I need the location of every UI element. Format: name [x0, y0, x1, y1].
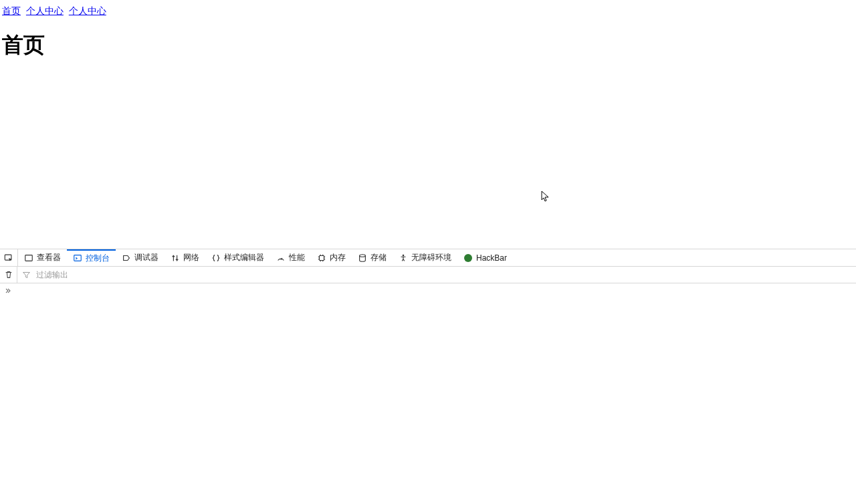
tab-styleeditor[interactable]: 样式编辑器	[205, 249, 270, 266]
tab-label: 内存	[330, 252, 346, 263]
accessibility-icon	[399, 253, 408, 263]
console-icon	[73, 253, 82, 263]
tab-inspector[interactable]: 查看器	[18, 249, 67, 266]
svg-rect-3	[320, 255, 324, 260]
nav-link-profile-1[interactable]: 个人中心	[26, 5, 64, 16]
tab-debugger[interactable]: 调试器	[116, 249, 165, 266]
debugger-icon	[122, 253, 131, 263]
nav-link-profile-2[interactable]: 个人中心	[69, 5, 106, 16]
console-sidebar-toggle[interactable]	[0, 283, 856, 298]
tab-label: 网络	[183, 252, 199, 263]
element-picker-icon	[4, 253, 13, 263]
tab-label: 样式编辑器	[224, 252, 264, 263]
tab-label: 调试器	[134, 252, 158, 263]
console-output	[0, 298, 856, 504]
trash-icon	[4, 270, 13, 279]
tab-label: 控制台	[86, 253, 110, 264]
memory-icon	[317, 253, 326, 263]
funnel-icon	[22, 271, 31, 279]
console-filter-input[interactable]	[33, 267, 856, 283]
tab-network[interactable]: 网络	[165, 249, 205, 266]
styleeditor-icon	[211, 253, 221, 263]
devtools-panel: 查看器 控制台 调试器	[0, 249, 856, 504]
page-title: 首页	[0, 17, 856, 60]
svg-point-4	[360, 254, 366, 257]
tab-accessibility[interactable]: 无障碍环境	[393, 249, 457, 266]
breadcrumb: 首页 个人中心 个人中心	[0, 0, 856, 17]
svg-point-5	[403, 254, 405, 256]
storage-icon	[358, 253, 367, 263]
tab-storage[interactable]: 存储	[352, 249, 393, 266]
tab-label: 性能	[289, 252, 305, 263]
tab-console[interactable]: 控制台	[67, 249, 116, 266]
nav-link-home[interactable]: 首页	[2, 5, 21, 16]
tab-label: 无障碍环境	[411, 252, 451, 263]
svg-rect-1	[25, 255, 33, 261]
tab-label: 查看器	[37, 252, 61, 263]
svg-rect-2	[74, 255, 82, 261]
hackbar-icon	[463, 253, 473, 263]
element-picker-button[interactable]	[0, 249, 18, 266]
network-icon	[171, 253, 180, 263]
tab-memory[interactable]: 内存	[311, 249, 352, 266]
page-content: 首页 个人中心 个人中心 首页	[0, 0, 856, 249]
tab-label: HackBar	[476, 253, 507, 263]
filter-icon-wrap[interactable]	[19, 267, 33, 283]
tab-label: 存储	[370, 252, 387, 263]
devtools-tabstrip: 查看器 控制台 调试器	[0, 249, 856, 267]
tab-hackbar[interactable]: HackBar	[457, 249, 513, 266]
chevron-double-right-icon	[4, 287, 12, 295]
performance-icon	[276, 253, 286, 263]
tab-performance[interactable]: 性能	[270, 249, 311, 266]
inspector-icon	[24, 253, 33, 263]
clear-console-button[interactable]	[0, 267, 17, 283]
console-filter-bar	[0, 267, 856, 283]
